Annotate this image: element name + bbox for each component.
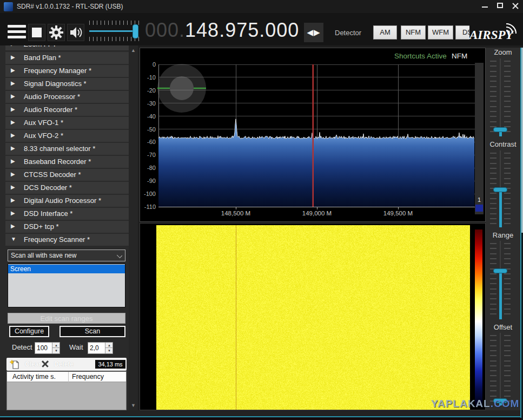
slider-tick	[490, 248, 496, 249]
slider-track-zoom[interactable]	[500, 58, 501, 136]
slider-tick	[504, 390, 511, 391]
spin-up-icon[interactable]: ▲	[105, 343, 113, 348]
clear-button[interactable]: Clear	[25, 360, 41, 368]
edit-scan-ranges-button[interactable]: Edit scan ranges	[8, 313, 125, 324]
sidebar-panel-frequency-manager[interactable]: ▶Frequency Manager *	[5, 65, 129, 77]
sidebar-panel-signal-diagnostics[interactable]: ▶Signal Diagnostics *	[5, 78, 129, 90]
sidebar-panel-ctcss-decoder[interactable]: ▶CTCSS Decoder *	[5, 169, 129, 181]
sidebar-panel-dcs-decoder[interactable]: ▶DCS Decoder *	[5, 182, 129, 194]
slider-tick	[490, 298, 496, 299]
svg-text:148,500 M: 148,500 M	[221, 210, 250, 216]
expand-arrow-icon: ▶	[11, 93, 15, 99]
slider-tick	[504, 335, 511, 336]
slider-label-offset: Offset	[486, 323, 520, 331]
frequency-display[interactable]: 000.148.975.000	[145, 19, 299, 42]
maximize-icon	[497, 3, 503, 8]
scan-time-badge: 34,13 ms	[95, 360, 125, 369]
maximize-button[interactable]	[493, 0, 507, 12]
slider-tick	[490, 278, 496, 279]
slider-tick	[490, 203, 496, 204]
slider-handle-zoom[interactable]	[493, 127, 507, 132]
spin-up-icon[interactable]: ▲	[52, 343, 60, 348]
new-document-sparkle-icon[interactable]	[10, 359, 21, 370]
slider-tick	[504, 248, 511, 249]
slider-tick	[490, 173, 496, 174]
sidebar-panel-zoom-fft[interactable]: ▶Zoom FFT *	[5, 45, 129, 50]
svg-text:149,500 M: 149,500 M	[383, 210, 413, 216]
wait-spinner[interactable]: 2,0 ▲▼	[88, 342, 113, 354]
sidebar-panel-dsd-interface[interactable]: ▶DSD Interface *	[5, 208, 129, 220]
svg-text:-90: -90	[147, 178, 156, 184]
col-frequency[interactable]: Frequency	[72, 373, 104, 380]
svg-text:Shortcuts Active: Shortcuts Active	[394, 52, 447, 60]
slider-tick	[504, 263, 511, 264]
wait-label: Wait	[69, 343, 83, 351]
slider-tick	[490, 288, 496, 290]
slider-tick	[504, 288, 511, 290]
scroll-down-icon[interactable]: ▼	[129, 402, 138, 409]
detect-spinner[interactable]: 100 ▲▼	[35, 342, 60, 354]
svg-text:-50: -50	[147, 126, 156, 133]
sidebar-panel-digital-audio-processor[interactable]: ▶Digital Audio Processor *	[5, 195, 129, 207]
watermark: YAPLAKAL.COM	[431, 398, 519, 410]
sidebar-panel-8-33-channel-selector[interactable]: ▶8.33 channel selector *	[5, 143, 129, 155]
slider-tick	[504, 223, 511, 224]
app-icon	[4, 2, 13, 11]
slider-tick	[490, 81, 496, 82]
sidebar-scrollbar[interactable]: ▲ ▼	[129, 45, 138, 410]
expand-arrow-icon: ▶	[11, 210, 15, 216]
mode-button-wfm[interactable]: WFM	[428, 25, 453, 40]
volume-slider-track[interactable]	[89, 30, 134, 32]
delete-x-icon[interactable]	[41, 360, 49, 368]
settings-button[interactable]	[48, 24, 65, 41]
waterfall-panel[interactable]	[140, 223, 486, 410]
slider-tick	[504, 203, 511, 204]
configure-button[interactable]: Configure	[9, 326, 49, 337]
minimize-button[interactable]	[478, 0, 492, 12]
slider-tick	[490, 86, 496, 87]
slider-tick	[504, 340, 511, 341]
slider-tick	[504, 178, 511, 179]
sidebar-panel-dsd-tcp[interactable]: ▶DSD+ tcp *	[5, 221, 129, 233]
close-button[interactable]	[508, 0, 522, 12]
delete-button[interactable]: Delete	[54, 360, 74, 368]
sidebar-panel-aux-vfo-2[interactable]: ▶Aux VFO-2 *	[5, 130, 129, 142]
scan-button[interactable]: Scan	[59, 326, 125, 337]
scan-mode-select[interactable]: Scan all with save new	[8, 250, 125, 261]
menu-button[interactable]	[8, 25, 26, 39]
slider-tick	[490, 65, 496, 67]
slider-fill	[499, 192, 502, 227]
scroll-up-icon[interactable]: ▲	[129, 47, 138, 54]
slider-tick	[504, 298, 511, 299]
waterfall-canvas[interactable]	[156, 225, 470, 410]
app-window: SDR# v1.0.0.1732 - RTL-SDR (USB)	[0, 0, 523, 420]
slider-tick	[504, 355, 511, 356]
tune-left-icon: ◀	[307, 28, 314, 37]
spin-down-icon[interactable]: ▼	[52, 348, 60, 353]
stop-button[interactable]	[28, 24, 45, 41]
tune-step-buttons[interactable]: ◀▶	[304, 23, 323, 42]
slider-tick	[490, 380, 496, 382]
slider-handle-range[interactable]	[493, 268, 507, 273]
sidebar-panel-band-plan[interactable]: ▶Band Plan *	[5, 52, 129, 64]
slider-handle-contrast[interactable]	[493, 187, 507, 192]
sidebar-panel-audio-processor[interactable]: ▶Audio Processor *	[5, 91, 129, 103]
col-activity-time[interactable]: Activity time s.	[12, 373, 56, 380]
sidebar-panel-baseband-recorder[interactable]: ▶Baseband Recorder *	[5, 156, 129, 168]
scan-list[interactable]: Screen	[8, 264, 125, 307]
spin-down-icon[interactable]: ▼	[105, 348, 113, 353]
spectrum-panel[interactable]: 0-10-20-30-40-50-60-70-80-90-100-110148,…	[140, 48, 486, 222]
sidebar-panel-aux-vfo-1[interactable]: ▶Aux VFO-1 *	[5, 117, 129, 129]
volume-slider-handle[interactable]	[133, 24, 138, 38]
sidebar-panel-frequency-scanner[interactable]: ▼Frequency Scanner *	[5, 234, 129, 246]
scan-list-item-screen[interactable]: Screen	[8, 265, 125, 273]
slider-tick	[490, 61, 496, 62]
slider-track-offset[interactable]	[500, 333, 501, 405]
bottom-strip	[0, 410, 521, 416]
sidebar-panel-audio-recorder[interactable]: ▶Audio Recorder *	[5, 104, 129, 116]
airspy-logo: AIRSPY	[469, 21, 520, 45]
mode-button-nfm[interactable]: NFM	[401, 25, 426, 40]
audio-button[interactable]	[67, 24, 84, 41]
slider-tick	[490, 106, 496, 107]
mode-button-am[interactable]: AM	[373, 25, 397, 40]
